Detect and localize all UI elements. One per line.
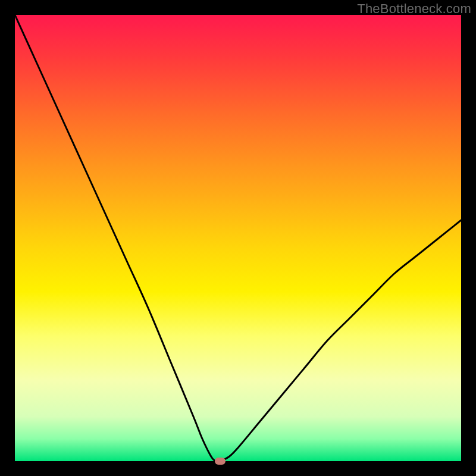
watermark-text: TheBottleneck.com bbox=[357, 1, 471, 17]
bottleneck-curve bbox=[15, 15, 461, 461]
optimal-marker bbox=[215, 458, 226, 465]
chart-frame: TheBottleneck.com bbox=[0, 0, 476, 476]
plot-area bbox=[15, 15, 461, 461]
